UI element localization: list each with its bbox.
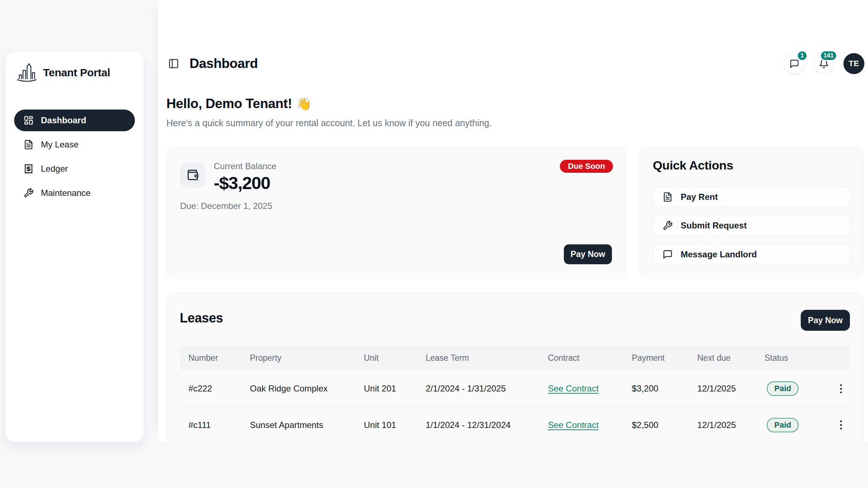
sidebar-item-label: Ledger — [41, 164, 68, 174]
see-contract-link[interactable]: See Contract — [548, 420, 599, 430]
pay-rent-button[interactable]: Pay Rent — [653, 187, 851, 207]
leases-table-body: #c222 Oak Ridge Complex Unit 201 2/1/202… — [180, 371, 851, 442]
leases-pay-now-button[interactable]: Pay Now — [801, 310, 850, 331]
sidebar: Tenant Portal Dashboard My Lease Ledger … — [5, 52, 144, 442]
receipt-icon — [24, 164, 34, 174]
wallet-icon — [187, 169, 199, 181]
row-menu-button[interactable] — [834, 416, 848, 435]
page-title: Dashboard — [190, 56, 258, 71]
leases-card: Leases Pay Now Number Property Unit Leas… — [166, 293, 864, 442]
main-panel: Dashboard 1 141 TE Hello, Demo Tenant! 👋… — [158, 0, 868, 442]
file-text-icon — [663, 192, 673, 202]
topbar: Dashboard 1 141 TE — [166, 53, 864, 74]
leases-table-header: Number Property Unit Lease Term Contract… — [180, 345, 851, 371]
cell-lease-term: 2/1/2024 - 1/31/2025 — [417, 384, 539, 394]
user-avatar[interactable]: TE — [843, 53, 864, 74]
balance-amount: -$3,200 — [214, 173, 270, 193]
sidebar-item-label: My Lease — [41, 140, 78, 150]
cell-unit: Unit 101 — [355, 420, 417, 430]
cell-next-due: 12/1/2025 — [689, 420, 756, 430]
top-actions: 1 141 TE — [784, 53, 864, 74]
sidebar-toggle-button[interactable] — [166, 56, 181, 71]
pay-now-button[interactable]: Pay Now — [564, 244, 612, 264]
brand-name: Tenant Portal — [43, 67, 110, 79]
wallet-icon-tile — [180, 162, 205, 188]
submit-request-button[interactable]: Submit Request — [653, 215, 851, 236]
leases-title: Leases — [180, 311, 223, 326]
message-square-icon — [663, 249, 673, 260]
notifications-button[interactable]: 141 — [814, 53, 834, 74]
cell-property: Oak Ridge Complex — [241, 384, 355, 394]
wrench-icon — [663, 221, 673, 231]
messages-button[interactable]: 1 — [784, 53, 804, 74]
greeting-title: Hello, Demo Tenant! — [166, 96, 292, 111]
cell-next-due: 12/1/2025 — [689, 384, 756, 394]
sidebar-item-label: Dashboard — [41, 115, 86, 125]
due-soon-badge: Due Soon — [560, 160, 613, 173]
col-header-contract: Contract — [539, 353, 623, 363]
status-badge: Paid — [767, 418, 799, 432]
cell-number: #c111 — [180, 420, 241, 430]
col-header-unit: Unit — [355, 353, 417, 363]
sidebar-item-ledger[interactable]: Ledger — [14, 158, 135, 180]
notifications-count-badge: 141 — [820, 50, 837, 61]
action-label: Message Landlord — [681, 249, 757, 260]
dashboard-grid-icon — [24, 115, 34, 125]
col-header-property: Property — [241, 353, 355, 363]
sidebar-item-maintenance[interactable]: Maintenance — [14, 182, 135, 204]
cell-lease-term: 1/1/2024 - 12/31/2024 — [417, 420, 539, 430]
cell-property: Sunset Apartments — [241, 420, 355, 430]
quick-actions-title: Quick Actions — [653, 158, 733, 172]
col-header-status: Status — [756, 353, 820, 363]
balance-label: Current Balance — [214, 161, 276, 171]
sidebar-item-my-lease[interactable]: My Lease — [14, 134, 135, 155]
col-header-payment: Payment — [623, 353, 689, 363]
col-header-lease-term: Lease Term — [417, 353, 539, 363]
action-label: Submit Request — [681, 221, 747, 231]
status-badge: Paid — [767, 381, 799, 396]
file-text-icon — [24, 140, 34, 150]
balance-card: Current Balance -$3,200 Due Soon Due: De… — [166, 146, 626, 278]
quick-actions-card: Quick Actions Pay Rent Submit Request Me… — [639, 146, 864, 278]
table-row: #c111 Sunset Apartments Unit 101 1/1/202… — [180, 407, 851, 442]
brand: Tenant Portal — [16, 61, 110, 84]
cell-number: #c222 — [180, 384, 241, 394]
cell-payment: $3,200 — [623, 384, 689, 394]
sidebar-item-label: Maintenance — [41, 188, 90, 198]
see-contract-link[interactable]: See Contract — [548, 384, 599, 393]
due-date-text: Due: December 1, 2025 — [180, 201, 272, 211]
table-row: #c222 Oak Ridge Complex Unit 201 2/1/202… — [180, 371, 851, 407]
wrench-icon — [24, 188, 34, 198]
messages-count-badge: 1 — [797, 50, 808, 61]
message-square-icon — [790, 59, 799, 69]
sidebar-nav: Dashboard My Lease Ledger Maintenance — [14, 110, 135, 206]
waving-hand-emoji: 👋 — [296, 97, 311, 111]
cell-unit: Unit 201 — [355, 384, 417, 394]
sidebar-item-dashboard[interactable]: Dashboard — [14, 110, 135, 131]
greeting-section: Hello, Demo Tenant! 👋 Here's a quick sum… — [166, 96, 492, 128]
message-landlord-button[interactable]: Message Landlord — [653, 244, 851, 265]
greeting-subtitle: Here's a quick summary of your rental ac… — [166, 118, 492, 128]
col-header-number: Number — [180, 353, 241, 363]
cell-payment: $2,500 — [623, 420, 689, 430]
col-header-next-due: Next due — [689, 353, 756, 363]
panel-left-icon — [168, 58, 179, 69]
building-logo-icon — [16, 61, 37, 84]
row-menu-button[interactable] — [834, 379, 848, 398]
action-label: Pay Rent — [681, 192, 718, 202]
